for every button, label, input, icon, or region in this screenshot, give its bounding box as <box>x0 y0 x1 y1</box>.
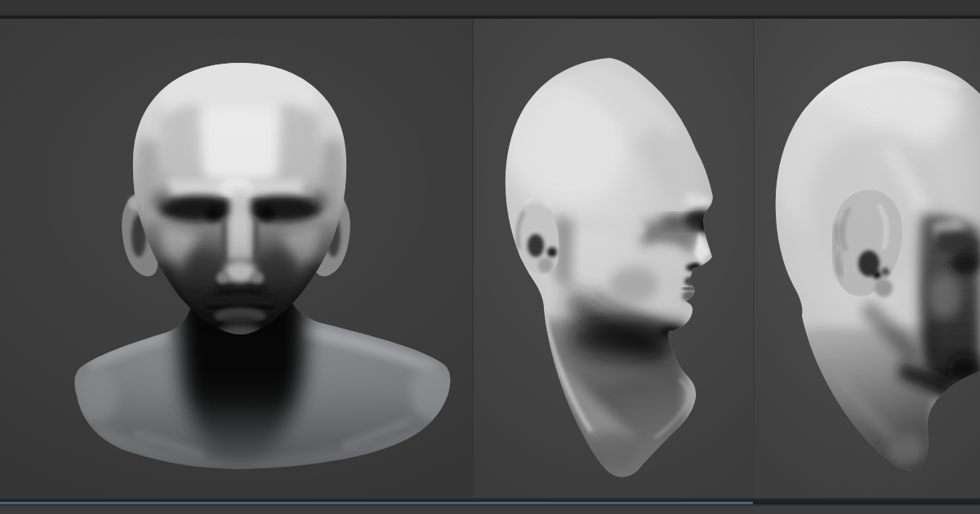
front-head <box>131 58 350 346</box>
viewport-three-quarter-view[interactable] <box>472 19 753 498</box>
viewport-profile-view[interactable] <box>753 19 980 498</box>
profile-view-head-render <box>755 19 980 498</box>
app-window <box>0 0 980 514</box>
top-toolbar-band <box>0 0 980 16</box>
three-quarter-head <box>500 58 720 486</box>
profile-head <box>771 60 980 484</box>
viewport-front-view[interactable] <box>0 19 472 498</box>
bottom-status-strip <box>0 498 980 514</box>
front-view-head-render <box>0 19 472 498</box>
three-quarter-view-head-render <box>474 19 753 498</box>
viewport-row <box>0 19 980 498</box>
bottom-band <box>0 506 980 514</box>
